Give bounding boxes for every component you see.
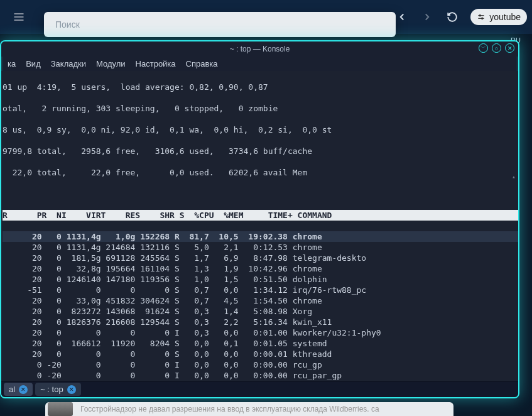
menu-item[interactable]: ка (8, 59, 16, 68)
konsole-tabs: al ✕ ~ : top ✕ (1, 381, 518, 397)
terminal-output[interactable]: 01 up 4:19, 5 users, load average: 0,82,… (1, 71, 518, 381)
process-row: 20 0 823272 143068 91624 S 0,3 1,4 5:08.… (3, 306, 518, 317)
menubar: ка Вид Закладки Модули Настройка Справка (1, 57, 518, 71)
search-input[interactable]: Поиск (44, 12, 396, 37)
process-row: 20 0 0 0 0 S 0,0 0,0 0:00.01 kthreadd (3, 349, 518, 359)
process-row: 20 0 1246140 147180 119356 S 1,0 1,5 0:5… (3, 274, 518, 285)
reload-icon[interactable] (445, 10, 459, 24)
konsole-tab-active[interactable]: ~ : top ✕ (35, 383, 81, 396)
process-row: 0 -20 0 0 0 I 0,0 0,0 0:00.00 rcu_par_gp (3, 370, 518, 381)
process-row: 20 0 1826376 216608 129544 S 0,3 2,2 5:1… (3, 317, 518, 327)
konsole-window: ~ : top — Konsole ﹀ ○ ✕ ка Вид Закладки … (0, 40, 519, 398)
maximize-button[interactable]: ○ (492, 43, 501, 53)
window-title: ~ : top — Konsole (230, 45, 290, 53)
svg-point-6 (482, 18, 483, 19)
menu-item[interactable]: Справка (186, 59, 218, 68)
blank-line (3, 189, 518, 199)
menu-item[interactable]: Настройка (136, 59, 176, 68)
minimize-button[interactable]: ﹀ (479, 43, 488, 53)
forward-icon[interactable] (420, 10, 434, 24)
process-row: 20 0 33,0g 451832 304624 S 0,7 4,5 1:54.… (3, 295, 518, 306)
process-row: 0 -20 0 0 0 I 0,0 0,0 0:00.00 rcu_gp (3, 359, 518, 370)
process-row: 20 0 181,5g 691128 245564 S 1,7 6,9 8:47… (3, 253, 518, 263)
search-placeholder: Поиск (55, 19, 80, 30)
close-tab-icon[interactable]: ✕ (67, 385, 76, 394)
bottom-preview[interactable]: Госстройнадзор не давал разрешения на вв… (45, 402, 453, 416)
menu-item[interactable]: Модули (96, 59, 126, 68)
browser-top-bar: Поиск youtube (0, 0, 532, 34)
tab-label: al (9, 385, 15, 394)
browser-nav: youtube (390, 0, 532, 34)
process-row: -51 0 0 0 0 S 0,7 0,0 1:34.12 irq/76-rtw… (3, 285, 518, 295)
summary-line: 8 us, 0,9 sy, 0,0 ni, 92,0 id, 0,1 wa, 0… (3, 124, 518, 135)
close-button[interactable]: ✕ (505, 43, 514, 53)
column-header: R PR NI VIRT RES SHR S %CPU %MEM TIME+ C… (3, 210, 518, 221)
menu-item[interactable]: Вид (26, 59, 41, 68)
menu-item[interactable]: Закладки (51, 59, 86, 68)
scroll-up-icon[interactable]: ▴ (511, 172, 517, 178)
summary-line: 9799,8 total, 2958,6 free, 3106,6 used, … (3, 146, 518, 156)
thumbnail (48, 402, 73, 416)
process-row: 20 0 0 0 0 I 0,3 0,0 0:01.00 kworker/u32… (3, 327, 518, 338)
tab-label: ~ : top (40, 385, 63, 394)
process-row: 20 0 1131,4g 1,0g 152268 R 81,7 10,5 19:… (3, 231, 518, 242)
process-row: 20 0 1131,4g 214684 132116 S 5,0 2,1 0:1… (3, 242, 518, 253)
scrollbar[interactable]: ▴ ▾ (511, 150, 517, 381)
back-icon[interactable] (395, 10, 409, 24)
process-row: 20 0 166612 11920 8204 S 0,0 0,1 0:01.05… (3, 338, 518, 349)
summary-line: 22,0 total, 22,0 free, 0,0 used. 6202,6 … (3, 167, 518, 178)
konsole-tab[interactable]: al ✕ (4, 383, 33, 396)
summary-line: otal, 2 running, 303 sleeping, 0 stopped… (3, 103, 518, 114)
bottom-hint-text: Госстройнадзор не давал разрешения на вв… (80, 405, 379, 413)
address-pill[interactable]: youtube (470, 9, 527, 25)
summary-line: 01 up 4:19, 5 users, load average: 0,82,… (3, 82, 518, 92)
window-titlebar[interactable]: ~ : top — Konsole ﹀ ○ ✕ (1, 41, 518, 57)
svg-point-5 (479, 15, 480, 16)
close-tab-icon[interactable]: ✕ (19, 385, 28, 394)
process-row: 20 0 32,8g 195664 161104 S 1,3 1,9 10:42… (3, 263, 518, 274)
hamburger-icon[interactable] (5, 3, 33, 31)
pill-text: youtube (489, 12, 521, 22)
